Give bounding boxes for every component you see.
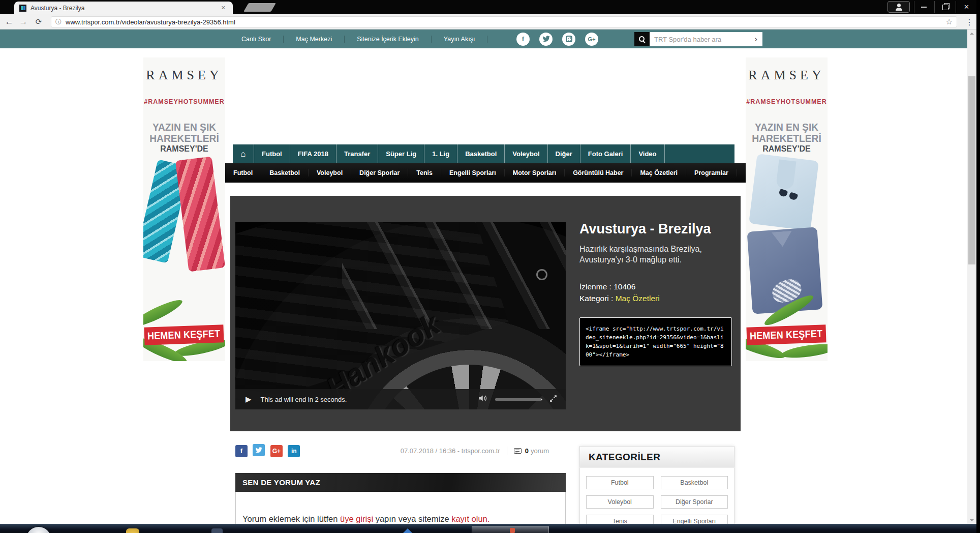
nav-video[interactable]: Video [631,144,664,163]
fullscreen-icon[interactable] [549,394,558,405]
header-link-icerik-ekleyin[interactable]: Sitenize İçerik Ekleyin [345,36,432,43]
article-date: 07.07.2018 / 16:36 - trtspor.com.tr [401,447,500,455]
nav-transfer[interactable]: Transfer [336,144,378,163]
start-button[interactable] [26,527,51,533]
ad-banner-left[interactable]: RAMSEY #RAMSEYHOTSUMMER YAZIN EN ŞIK HAR… [143,57,225,361]
subnav-engelli-sporlari[interactable]: Engelli Sporları [441,169,505,176]
header-link-yayin-akisi[interactable]: Yayın Akışı [432,36,488,43]
taskbar-folder-icon[interactable] [126,528,139,533]
ad-banner-right[interactable]: RAMSEY #RAMSEYHOTSUMMER YAZIN EN ŞIK HAR… [746,57,828,361]
share-google-plus-icon[interactable]: G+ [270,445,283,457]
subnav-diger-sporlar[interactable]: Diğer Sporlar [351,169,408,176]
subnav-motor-sporlari[interactable]: Motor Sporları [505,169,565,176]
header-nav: Canlı Skor Maç Merkezi Sitenize İçerik E… [229,29,487,48]
url-field[interactable]: ⓘ www.trtspor.com.tr/videolar/avusturya-… [51,16,957,27]
subnav-basketbol[interactable]: Basketbol [261,169,309,176]
nav-fifa-2018[interactable]: FIFA 2018 [290,144,336,163]
palm-leaf [781,341,828,360]
header-link-canli-skor[interactable]: Canlı Skor [229,36,284,43]
volume-handle[interactable] [541,399,542,400]
ghost-tab[interactable] [243,3,276,12]
back-button[interactable]: ← [3,16,15,28]
video-player[interactable]: Hankook ▶ This ad will end in 2 seconds. [235,222,566,409]
ad-brand-logo: RAMSEY [143,68,225,83]
category-button-basketbol[interactable]: Basketbol [661,476,728,489]
nav-foto-galeri[interactable]: Foto Galeri [580,144,631,163]
category-button-futbol[interactable]: Futbol [586,476,654,489]
nav-basketbol[interactable]: Basketbol [457,144,505,163]
subnav-programlar[interactable]: Programlar [686,169,737,176]
video-frame-tire-mark [536,269,547,280]
refresh-button[interactable]: ⟳ [33,16,45,28]
restore-icon [942,5,947,9]
window-minimize-button[interactable] [914,1,933,13]
window-restore-button[interactable] [934,1,955,13]
bookmark-star-icon[interactable]: ☆ [946,17,953,26]
embed-code-box[interactable]: <iframe src="http://www.trtspor.com.tr/v… [579,317,732,366]
video-description: Hazırlık karşılaşmasında Brezilya, Avust… [579,244,732,265]
sub-nav: Futbol Basketbol Voleybol Diğer Sporlar … [225,163,746,183]
ad-headline: YAZIN EN ŞIK HAREKETLERİ [747,122,826,144]
play-icon[interactable]: ▶ [246,395,252,404]
nav-1-lig[interactable]: 1. Lig [424,144,457,163]
nav-super-lig[interactable]: Süper Lig [378,144,424,163]
twitter-icon[interactable] [539,33,553,46]
header-link-mac-merkezi[interactable]: Maç Merkezi [284,36,345,43]
scrollbar[interactable] [967,29,976,524]
ad-hashtag: #RAMSEYHOTSUMMER [746,98,828,105]
category-row: Kategori : Maç Özetleri [579,293,732,304]
category-button-diger-sporlar[interactable]: Diğer Sporlar [661,495,728,509]
subnav-goruntulu-haber[interactable]: Görüntülü Haber [565,169,632,176]
tab-close-icon[interactable]: ✕ [219,4,228,12]
ad-cta-button[interactable]: HEMEN KEŞFET [144,324,224,345]
taskbar [0,524,976,533]
category-link[interactable]: Maç Özetleri [616,294,660,303]
facebook-icon[interactable]: f [516,33,530,46]
player-controls: ▶ This ad will end in 2 seconds. [235,389,566,409]
views-count: 10406 [614,282,635,291]
browser-profile-button[interactable] [887,1,910,13]
header-search: › [634,32,762,46]
taskbar-app-icon[interactable] [402,528,414,533]
comment-count[interactable]: 0 [525,447,529,455]
share-twitter-icon[interactable] [253,444,265,456]
scrollbar-up-arrow[interactable] [967,29,976,37]
taskbar-app-icon[interactable] [211,528,223,533]
person-icon [896,4,902,11]
subnav-tenis[interactable]: Tenis [408,169,441,176]
home-icon[interactable]: ⌂ [233,144,254,163]
taskbar-active-app[interactable] [472,526,549,533]
search-icon [634,32,650,46]
volume-icon[interactable] [478,394,488,404]
browser-tab[interactable]: Avusturya - Brezilya ✕ [14,2,233,14]
comment-word[interactable]: yorum [531,447,549,455]
register-link[interactable]: kayıt olun. [451,514,489,523]
google-plus-icon[interactable]: G+ [585,33,598,46]
main-nav: ⌂ Futbol FIFA 2018 Transfer Süper Lig 1.… [233,144,734,163]
window-close-button[interactable]: ✕ [956,1,977,13]
page-info-icon[interactable]: ⓘ [55,18,62,26]
nav-voleybol[interactable]: Voleybol [505,144,547,163]
forward-button[interactable]: → [17,16,29,28]
video-meta: İzlenme : 10406 Kategori : Maç Özetleri [579,281,732,304]
share-linkedin-icon[interactable]: in [288,445,300,457]
search-submit-button[interactable]: › [749,32,762,46]
subnav-futbol[interactable]: Futbol [225,169,261,176]
instagram-icon[interactable] [562,33,575,46]
nav-diger[interactable]: Diğer [548,144,580,163]
divider [507,447,507,455]
nav-futbol[interactable]: Futbol [254,144,290,163]
subnav-mac-ozetleri[interactable]: Maç Özetleri [632,169,686,176]
ad-hashtag: #RAMSEYHOTSUMMER [143,98,225,105]
share-facebook-icon[interactable]: f [235,445,248,457]
category-button-voleybol[interactable]: Voleybol [586,495,654,509]
browser-menu-icon[interactable]: ⋮ [964,16,975,28]
site-favicon [19,5,26,12]
volume-slider[interactable] [495,398,542,401]
search-input[interactable] [650,32,749,46]
scrollbar-down-arrow[interactable] [967,516,976,524]
ad-cta-button[interactable]: HEMEN KEŞFET [746,324,826,345]
member-login-link[interactable]: üye girişi [340,514,373,523]
subnav-voleybol[interactable]: Voleybol [309,169,351,176]
scrollbar-thumb[interactable] [968,76,975,264]
